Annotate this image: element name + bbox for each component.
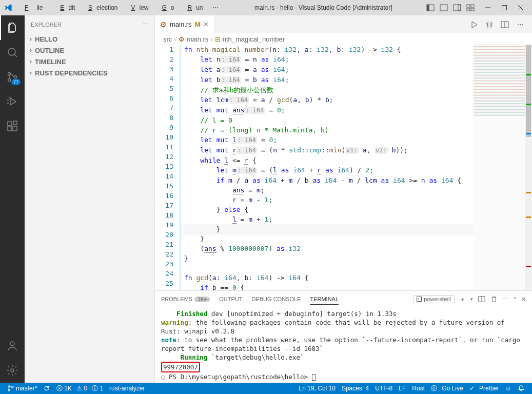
svg-rect-6 [471,5,474,7]
activity-search-icon[interactable] [0,40,25,65]
split-editor-icon[interactable] [499,21,510,29]
status-feedback-icon[interactable]: ☺ [502,383,515,394]
sidebar-title: EXPLORER [31,22,62,28]
status-rust-analyzer[interactable]: rust-analyzer [106,383,148,394]
editor-more-icon[interactable]: ⋯ [515,21,526,29]
status-cursor-position[interactable]: Ln 19, Col 10 [296,383,339,394]
panel-close-icon[interactable]: ✕ [521,296,526,303]
run-icon[interactable] [468,21,480,29]
terminal-output[interactable]: Finished dev [unoptimized + debuginfo] t… [155,307,532,383]
breadcrumbs[interactable]: src › ⚙ main.rs › ⊞ nth_magical_number [155,33,532,45]
warning-icon: ⚠ [76,385,82,392]
status-prettier[interactable]: ✓ Prettier [466,383,502,394]
chevron-right-icon: › [210,35,212,43]
code-editor[interactable]: 1234567891011121314151617181920212223242… [155,45,532,290]
status-eol[interactable]: LF [396,383,409,394]
menu-edit[interactable]: Edit [52,2,79,13]
breadcrumb-symbol[interactable]: nth_magical_number [223,35,285,43]
activity-debug-icon[interactable] [0,89,25,114]
activity-scm-icon[interactable]: 77 [0,65,25,89]
svg-rect-1 [427,5,429,11]
sidebar: EXPLORER ⋯ ›HELLO ›OUTLINE ›TIMELINE ›RU… [25,15,155,383]
close-icon[interactable] [514,3,528,13]
minimize-icon[interactable] [481,3,495,13]
chevron-right-icon: › [27,35,35,43]
activity-account-icon[interactable] [0,333,25,358]
activity-bar: 77 [0,15,25,383]
svg-rect-19 [8,122,12,126]
editor-tabs: ⚙ main.rs M ✕ ⋯ [155,15,532,33]
tab-main-rs[interactable]: ⚙ main.rs M ✕ [155,15,214,33]
activity-settings-icon[interactable] [0,358,25,383]
rust-file-icon: ⚙ [160,21,167,29]
status-notifications-icon[interactable] [515,383,528,394]
chevron-right-icon: › [27,69,35,76]
activity-explorer-icon[interactable] [0,15,25,40]
maximize-icon[interactable] [497,3,511,13]
svg-point-16 [8,79,11,82]
tab-modified-indicator: M [195,21,201,28]
menu-selection[interactable]: Selection [80,2,122,13]
panel-tab-terminal[interactable]: TERMINAL [310,294,339,305]
layout-controls [424,3,477,13]
tab-close-icon[interactable]: ✕ [203,21,209,28]
minimap[interactable] [474,45,525,290]
sidebar-more-icon[interactable]: ⋯ [143,21,148,28]
status-problems[interactable]: ⓧ1K ⚠0 ⓘ1 [53,383,106,394]
terminal-new-icon[interactable]: ＋ [460,296,465,303]
breadcrumb-file[interactable]: main.rs [187,35,209,43]
svg-rect-3 [454,5,461,11]
toggle-panel-right-icon[interactable] [451,3,463,13]
chevron-right-icon: › [27,58,35,65]
split-compare-icon[interactable] [484,21,495,29]
panel: PROBLEMS1K+ OUTPUT DEBUG CONSOLE TERMINA… [155,290,532,383]
menu-go[interactable]: Go [153,2,178,13]
status-encoding[interactable]: UTF-8 [372,383,396,394]
svg-point-24 [11,369,14,372]
activity-extensions-icon[interactable] [0,114,25,139]
status-indentation[interactable]: Spaces: 4 [339,383,372,394]
terminal-shell-selector[interactable]: powershell [413,295,455,303]
scrollbar-vertical[interactable] [525,45,532,290]
terminal-split-icon[interactable] [478,296,485,303]
svg-rect-21 [13,127,17,131]
sidebar-section-hello[interactable]: ›HELLO [25,33,154,45]
panel-more-icon[interactable]: ⋯ [503,296,508,303]
menu-file[interactable]: File [16,2,51,13]
status-sync[interactable] [40,383,53,394]
rust-file-icon: ⚙ [179,35,185,43]
terminal-dropdown-icon[interactable]: ▾ [470,297,473,302]
svg-rect-4 [458,5,461,11]
status-branch[interactable]: master* [4,383,40,394]
breadcrumb-src[interactable]: src [163,35,172,43]
sync-icon [43,385,50,392]
panel-tab-debug[interactable]: DEBUG CONSOLE [251,294,301,304]
svg-rect-10 [502,6,507,10]
line-numbers: 1234567891011121314151617181920212223242… [155,45,180,290]
sidebar-section-timeline[interactable]: ›TIMELINE [25,56,154,67]
panel-maximize-icon[interactable]: ^ [514,296,516,302]
customize-layout-icon[interactable] [464,3,477,13]
menu-more[interactable]: ⋯ [208,2,223,13]
function-symbol-icon: ⊞ [215,35,221,43]
svg-marker-25 [472,22,477,28]
tab-actions: ⋯ [468,21,532,29]
panel-tab-problems[interactable]: PROBLEMS1K+ [161,294,210,304]
code-content[interactable]: fn nth_magical_number(n: i32, a: i32, b:… [180,45,474,290]
vscode-logo-icon [4,4,12,12]
menu-view[interactable]: View [123,2,152,13]
status-language[interactable]: Rust [409,383,428,394]
sidebar-section-outline[interactable]: ›OUTLINE [25,45,154,56]
editor-area: ⚙ main.rs M ✕ ⋯ src › ⚙ main.rs › ⊞ nth_… [155,15,532,383]
menu-bar: File Edit Selection View Go Run ⋯ [16,2,223,13]
toggle-panel-bottom-icon[interactable] [438,3,450,13]
terminal-kill-icon[interactable] [490,296,498,303]
toggle-panel-left-icon[interactable] [424,3,437,13]
svg-line-14 [14,54,17,57]
menu-run[interactable]: Run [180,2,207,13]
status-bar: master* ⓧ1K ⚠0 ⓘ1 rust-analyzer Ln 19, C… [0,383,532,394]
status-go-live[interactable]: ⓒ Go Live [428,383,466,394]
sidebar-section-rustdeps[interactable]: ›RUST DEPENDENCIES [25,67,154,78]
svg-point-13 [8,48,15,55]
panel-tab-output[interactable]: OUTPUT [219,294,242,304]
